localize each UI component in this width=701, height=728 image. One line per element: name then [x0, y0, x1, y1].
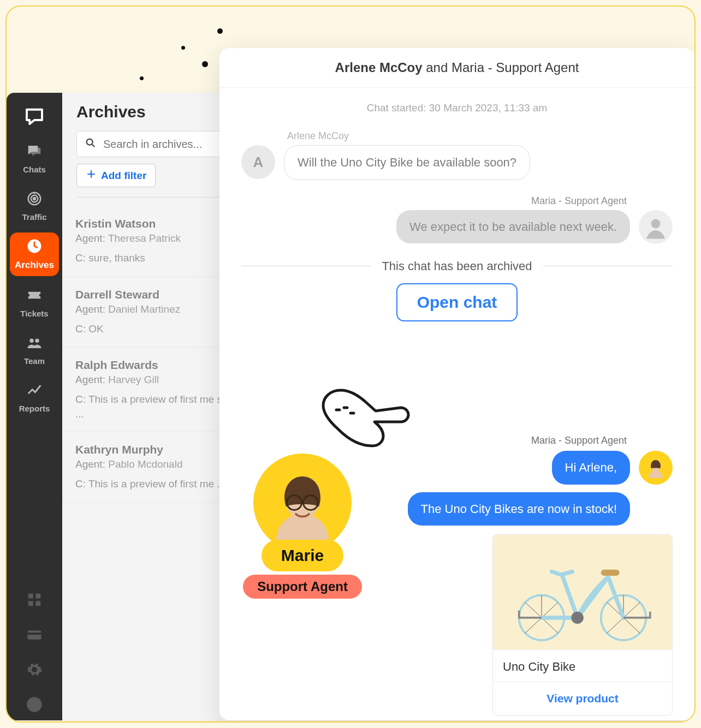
message-bubble: We expect it to be available next week.: [396, 210, 630, 244]
svg-point-35: [571, 612, 584, 624]
svg-rect-11: [28, 632, 41, 635]
agent-photo: [253, 453, 352, 552]
user-avatar-icon: [26, 696, 43, 715]
svg-point-13: [87, 139, 93, 145]
nav-label: Reports: [19, 404, 50, 413]
agent-avatar: [639, 210, 673, 244]
sender-label: Maria - Support Agent: [531, 435, 627, 446]
visitor-avatar: A: [241, 145, 275, 179]
nav-reports[interactable]: Reports: [10, 377, 59, 419]
chat-header-rest: and Maria - Support Agent: [423, 60, 579, 75]
agent-name-pill: Marie: [262, 540, 343, 571]
archived-divider: This chat has been archived: [241, 259, 673, 273]
svg-point-14: [651, 219, 661, 228]
nav-profile[interactable]: [10, 691, 59, 720]
svg-rect-6: [28, 594, 33, 599]
add-filter-label: Add filter: [101, 170, 146, 182]
sender-label: Maria - Support Agent: [241, 195, 627, 207]
svg-rect-8: [28, 601, 33, 606]
nav-traffic[interactable]: Traffic: [10, 185, 59, 227]
svg-rect-36: [601, 570, 620, 576]
message-bubble: Will the Uno City Bike be available soon…: [284, 145, 530, 180]
nav-tickets[interactable]: Tickets: [10, 282, 59, 324]
svg-rect-9: [36, 601, 41, 606]
message-bubble: Hi Arlene,: [552, 451, 630, 485]
nav-billing[interactable]: [10, 621, 59, 651]
svg-rect-7: [36, 594, 41, 599]
svg-point-4: [29, 339, 34, 343]
trend-icon: [26, 382, 43, 401]
radar-icon: [26, 190, 43, 209]
svg-point-2: [33, 198, 35, 200]
archived-label: This chat has been archived: [382, 259, 532, 273]
nav-label: Traffic: [22, 212, 46, 222]
gear-icon: [26, 661, 43, 680]
svg-point-12: [27, 697, 42, 712]
product-image: [493, 535, 672, 649]
svg-line-28: [542, 618, 558, 633]
svg-line-25: [525, 602, 542, 618]
chat-header: Arlene McCoy and Maria - Support Agent: [219, 48, 694, 88]
chat-transcript-panel: Arlene McCoy and Maria - Support Agent C…: [219, 48, 694, 720]
card-icon: [26, 626, 43, 645]
nav-label: Tickets: [20, 309, 48, 318]
product-name: Uno City Bike: [503, 660, 662, 674]
add-filter-button[interactable]: Add filter: [76, 164, 156, 187]
grid-icon: [26, 592, 43, 610]
ticket-icon: [26, 287, 43, 306]
product-card: Uno City Bike View product: [492, 534, 673, 715]
message-row-visitor: A Will the Uno City Bike be available so…: [241, 145, 673, 180]
message-row-agent: We expect it to be available next week.: [241, 210, 673, 244]
view-product-link[interactable]: View product: [546, 692, 618, 705]
agent-followup-column: Maria - Support Agent Hi Arlene, The Uno…: [400, 435, 673, 715]
svg-line-33: [607, 618, 623, 633]
team-icon: [26, 335, 43, 353]
nav-label: Team: [24, 356, 45, 366]
pointing-hand-icon: [319, 386, 412, 459]
sidebar: Chats Traffic Archives Tickets: [7, 93, 62, 720]
agent-avatar: [639, 451, 673, 485]
svg-line-27: [525, 618, 542, 633]
sender-label: Arlene McCoy: [287, 130, 673, 142]
svg-point-5: [35, 339, 39, 343]
clock-icon: [26, 238, 43, 256]
nav-label: Chats: [23, 165, 46, 174]
chat-started-label: Chat started: 30 March 2023, 11:33 am: [241, 102, 673, 114]
chats-icon: [26, 143, 43, 162]
nav-chats[interactable]: Chats: [10, 138, 59, 180]
nav-apps[interactable]: [10, 586, 59, 616]
agent-role-pill: Support Agent: [243, 575, 362, 599]
agent-highlight-card: Marie Support Agent: [231, 453, 373, 599]
nav-archives[interactable]: Archives: [10, 232, 59, 276]
app-logo: [19, 100, 50, 132]
chat-header-primary: Arlene McCoy: [335, 60, 423, 75]
open-chat-button[interactable]: Open chat: [396, 283, 518, 321]
svg-line-26: [542, 602, 558, 618]
svg-line-34: [623, 618, 640, 633]
svg-line-32: [623, 602, 640, 618]
message-bubble: The Uno City Bikes are now in stock!: [408, 492, 630, 526]
svg-rect-10: [28, 631, 41, 640]
nav-team[interactable]: Team: [10, 329, 59, 371]
nav-settings[interactable]: [10, 656, 59, 685]
search-icon: [85, 137, 97, 151]
plus-icon: [86, 169, 97, 182]
nav-label: Archives: [15, 260, 54, 271]
